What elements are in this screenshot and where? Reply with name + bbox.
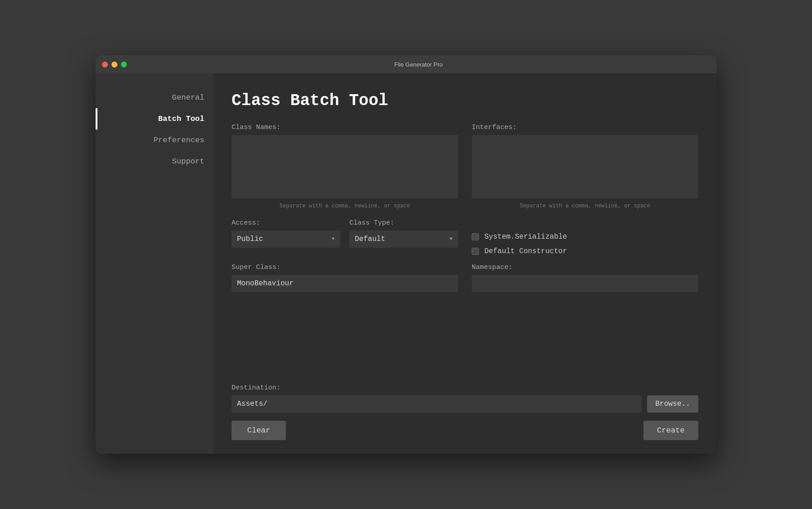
namespace-col: Namespace: — [472, 264, 698, 292]
main-content: Class Batch Tool Class Names: Separate w… — [213, 73, 716, 454]
access-select[interactable]: Public Private Protected Internal — [232, 230, 340, 248]
class-type-label: Class Type: — [349, 219, 458, 227]
main-window: File Generator Pro General Batch Tool Pr… — [96, 55, 716, 454]
close-button[interactable] — [102, 62, 108, 67]
dropdowns-col: Access: Public Private Protected Interna… — [232, 219, 458, 255]
class-type-select-wrapper: Default Abstract Sealed Static ▼ — [349, 230, 458, 248]
class-names-label: Class Names: — [232, 124, 458, 131]
clear-button[interactable]: Clear — [232, 421, 286, 440]
sidebar: General Batch Tool Preferences Support — [96, 73, 213, 454]
class-type-group: Class Type: Default Abstract Sealed Stat… — [349, 219, 458, 255]
browse-button[interactable]: Browse.. — [647, 395, 698, 413]
sidebar-item-batch-tool[interactable]: Batch Tool — [96, 108, 213, 130]
titlebar: File Generator Pro — [96, 55, 716, 73]
constructor-checkbox-row: Default Constructor — [472, 247, 698, 255]
constructor-checkbox[interactable] — [472, 248, 479, 255]
serializable-checkbox[interactable] — [472, 233, 479, 240]
checkboxes-col: System.Serializable Default Constructor — [472, 219, 698, 255]
action-row: Clear Create — [232, 421, 698, 440]
window-body: General Batch Tool Preferences Support C… — [96, 73, 716, 454]
super-class-input[interactable] — [232, 275, 458, 292]
traffic-lights — [102, 62, 127, 67]
interfaces-col: Interfaces: Separate with a comma, newli… — [472, 124, 698, 215]
maximize-button[interactable] — [121, 62, 127, 67]
namespace-label: Namespace: — [472, 264, 698, 271]
serializable-checkbox-row: System.Serializable — [472, 233, 698, 241]
access-classtype-section: Access: Public Private Protected Interna… — [232, 219, 698, 255]
minimize-button[interactable] — [111, 62, 117, 67]
sidebar-item-general[interactable]: General — [96, 87, 213, 108]
interfaces-input[interactable] — [472, 135, 698, 198]
page-title: Class Batch Tool — [232, 91, 698, 110]
constructor-label: Default Constructor — [484, 247, 567, 255]
access-label: Access: — [232, 219, 340, 227]
class-names-hint: Separate with a comma, newline, or space — [232, 203, 458, 209]
class-type-select[interactable]: Default Abstract Sealed Static — [349, 230, 458, 248]
sidebar-item-support[interactable]: Support — [96, 151, 213, 172]
destination-section: Destination: Browse.. — [232, 384, 698, 413]
super-class-label: Super Class: — [232, 264, 458, 271]
textareas-section: Class Names: Separate with a comma, newl… — [232, 124, 698, 215]
class-names-col: Class Names: Separate with a comma, newl… — [232, 124, 458, 215]
create-button[interactable]: Create — [643, 421, 698, 440]
super-class-col: Super Class: — [232, 264, 458, 292]
destination-row: Browse.. — [232, 395, 698, 413]
serializable-label: System.Serializable — [484, 233, 567, 241]
interfaces-label: Interfaces: — [472, 124, 698, 131]
access-group: Access: Public Private Protected Interna… — [232, 219, 340, 255]
sidebar-item-preferences[interactable]: Preferences — [96, 130, 213, 151]
class-names-input[interactable] — [232, 135, 458, 198]
interfaces-hint: Separate with a comma, newline, or space — [472, 203, 698, 209]
destination-input[interactable] — [232, 395, 642, 413]
superclass-namespace-section: Super Class: Namespace: — [232, 264, 698, 292]
destination-label: Destination: — [232, 384, 698, 392]
namespace-input[interactable] — [472, 275, 698, 292]
window-title: File Generator Pro — [127, 61, 710, 68]
access-select-wrapper: Public Private Protected Internal ▼ — [232, 230, 340, 248]
